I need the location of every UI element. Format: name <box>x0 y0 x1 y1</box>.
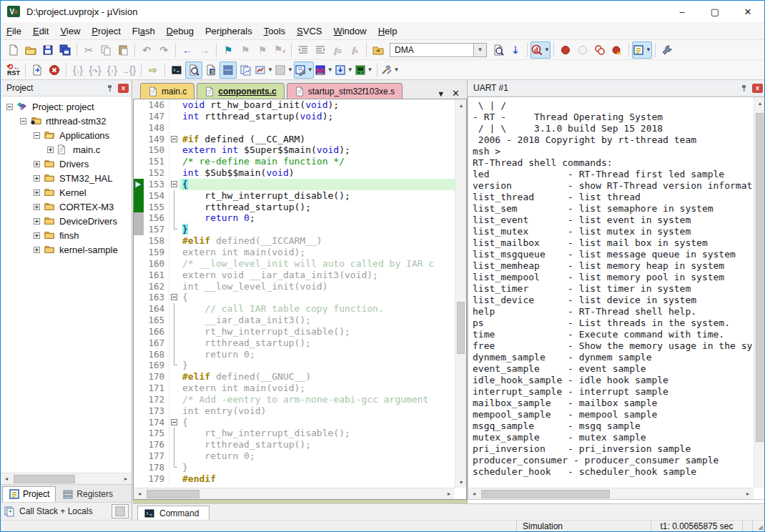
code-line-158[interactable]: 158#elif defined(__ICCARM__) <box>134 235 455 247</box>
expand-toggle-icon[interactable] <box>34 189 40 196</box>
stop-button[interactable] <box>46 61 63 79</box>
analysis-windows-button[interactable] <box>237 61 254 79</box>
combo-dropdown-icon[interactable]: ▼ <box>474 43 487 57</box>
fold-collapse-icon[interactable] <box>169 179 179 190</box>
tree-item-devicedrivers[interactable]: DeviceDrivers <box>1 214 132 228</box>
tree-item-kernel-sample[interactable]: kernel-sample <box>1 242 132 257</box>
code-line-156[interactable]: 156 return 0; <box>134 212 455 224</box>
show-next-statement-button[interactable]: ⇨ <box>144 61 162 79</box>
reset-cpu-button[interactable]: ⟲←RST <box>5 61 22 79</box>
close-document-icon[interactable]: ✕ <box>452 88 460 99</box>
open-target-folder-button[interactable] <box>370 41 387 59</box>
code-line-179[interactable]: 179#endif <box>134 473 455 485</box>
collapse-toggle-icon[interactable] <box>6 104 13 110</box>
tree-item-project-project[interactable]: Project: project <box>1 99 132 114</box>
copy-button[interactable] <box>97 41 114 59</box>
uart-panel-close-icon[interactable]: x <box>752 84 763 93</box>
collapse-toggle-icon[interactable] <box>34 132 40 139</box>
run-button[interactable] <box>29 61 46 79</box>
menu-window[interactable]: Window <box>327 24 372 39</box>
menu-help[interactable]: Help <box>372 24 403 39</box>
maximize-button[interactable]: ▢ <box>699 1 731 22</box>
editor-tab-main-c[interactable]: main.c <box>140 83 194 99</box>
dropdown-arrow-icon[interactable]: ▼ <box>394 66 400 73</box>
memory-window-button[interactable] <box>112 504 129 518</box>
indent-more-button[interactable] <box>312 41 329 59</box>
save-button[interactable] <box>39 41 56 59</box>
new-file-button[interactable] <box>5 41 22 59</box>
uart-vscrollbar[interactable]: ▴ <box>754 97 765 488</box>
code-line-146[interactable]: 146void rt_hw_board_init(void); <box>134 99 455 111</box>
step-into-button[interactable]: {↓} <box>69 61 87 79</box>
code-line-149[interactable]: 149#if defined (__CC_ARM) <box>134 134 455 145</box>
tree-item-cortex-m3[interactable]: CORTEX-M3 <box>1 200 132 214</box>
uart-hscrollbar[interactable]: ◂ ▸ <box>468 488 754 499</box>
step-over-button[interactable]: {↷} <box>87 61 104 79</box>
uart-console[interactable]: \ | / - RT - Thread Operating System / |… <box>468 97 765 500</box>
dropdown-arrow-icon[interactable]: ▼ <box>544 46 550 53</box>
editor-tab-components-c[interactable]: components.c <box>197 83 284 99</box>
menu-project[interactable]: Project <box>86 24 126 39</box>
system-viewer-button[interactable]: ▼ <box>334 61 354 79</box>
code-line-153[interactable]: 153{ <box>134 179 455 190</box>
fold-collapse-icon[interactable] <box>169 417 179 428</box>
menu-debug[interactable]: Debug <box>161 24 199 39</box>
code-line-175[interactable]: 175 rt_hw_interrupt_disable(); <box>134 428 455 439</box>
code-line-169[interactable]: 169} <box>134 360 455 371</box>
watch-windows-button[interactable]: ▼ <box>254 61 274 79</box>
menu-flash[interactable]: Flash <box>127 24 161 39</box>
bookmark-prev-button[interactable]: ⚑ <box>237 41 254 59</box>
project-panel-close-icon[interactable]: x <box>118 84 129 93</box>
code-line-172[interactable]: 172/* Add -eentry to arm-none-eabi-gcc a… <box>134 394 455 405</box>
menu-peripherals[interactable]: Peripherals <box>199 24 258 39</box>
panel-tab-project[interactable]: Project <box>2 486 56 502</box>
serial-windows-button[interactable]: ▼ <box>294 61 314 79</box>
code-line-155[interactable]: 155 rtthread_startup(); <box>134 202 455 213</box>
tree-item-main-c[interactable]: main.c <box>1 142 132 157</box>
command-tab[interactable]: Command <box>137 506 209 520</box>
project-tree-hscrollbar[interactable]: ◂ ▸ <box>1 473 132 484</box>
symbols-window-button[interactable]: S <box>202 61 219 79</box>
open-file-button[interactable] <box>22 41 39 59</box>
code-line-147[interactable]: 147int rtthread_startup(void); <box>134 111 455 122</box>
fold-collapse-icon[interactable] <box>169 134 179 145</box>
tree-item-finsh[interactable]: finsh <box>1 228 132 242</box>
resize-grip[interactable]: ◢ <box>753 521 764 532</box>
manage-windows-button[interactable]: ▼ <box>632 41 652 59</box>
logic-analyzer-button[interactable]: ▼ <box>314 61 334 79</box>
uncomment-selection-button[interactable]: ∥x <box>346 41 363 59</box>
code-line-165[interactable]: 165 __iar_data_init3(); <box>134 315 455 326</box>
save-all-button[interactable] <box>56 41 74 59</box>
tree-item-drivers[interactable]: Drivers <box>1 157 132 171</box>
breakpoint-enable-disable-button[interactable] <box>574 41 591 59</box>
dropdown-arrow-icon[interactable]: ▼ <box>367 66 373 73</box>
code-line-178[interactable]: 178} <box>134 462 455 473</box>
minimize-button[interactable]: – <box>666 1 699 22</box>
expand-toggle-icon[interactable] <box>47 147 54 153</box>
expand-toggle-icon[interactable] <box>34 175 40 182</box>
panel-tab-registers[interactable]: Registers <box>56 486 119 502</box>
pin-icon[interactable] <box>104 83 114 93</box>
disassembly-window-button[interactable] <box>185 61 202 79</box>
code-editor[interactable]: 146void rt_hw_board_init(void);147int rt… <box>133 99 467 500</box>
editor-tab-startup-stm32f103xe-s[interactable]: startup_stm32f103xe.s <box>287 83 403 99</box>
step-out-button[interactable]: {↑} <box>104 61 121 79</box>
fold-collapse-icon[interactable] <box>169 292 179 303</box>
breakpoint-toggle-button[interactable] <box>557 41 574 59</box>
code-line-163[interactable]: 163{ <box>134 292 455 303</box>
incremental-find-button[interactable]: ⇣ <box>507 41 524 59</box>
code-line-160[interactable]: 160/* __low_level_init will auto called … <box>134 258 455 270</box>
target-combo-value[interactable]: DMA <box>390 43 474 57</box>
command-window-button[interactable] <box>168 61 185 79</box>
cut-button[interactable]: ✂ <box>80 41 97 59</box>
code-line-164[interactable]: 164 // call IAR table copy function. <box>134 303 455 315</box>
dropdown-arrow-icon[interactable]: ▼ <box>646 46 651 53</box>
tree-item-applications[interactable]: Applications <box>1 128 132 142</box>
dropdown-arrow-icon[interactable]: ▼ <box>347 66 353 73</box>
tree-item-stm32-hal[interactable]: STM32_HAL <box>1 171 132 185</box>
tab-list-dropdown-icon[interactable]: ▼ <box>437 89 445 98</box>
code-line-161[interactable]: 161extern void __iar_data_init3(void); <box>134 270 455 281</box>
dropdown-arrow-icon[interactable]: ▼ <box>287 66 293 73</box>
bookmark-toggle-button[interactable]: ⚑ <box>219 41 237 59</box>
breakpoint-disable-all-button[interactable] <box>591 41 608 59</box>
